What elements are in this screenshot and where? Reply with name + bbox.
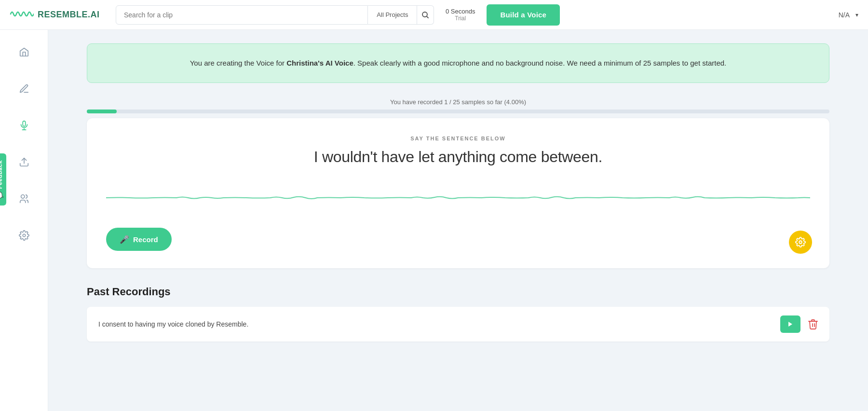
header-right: N/A ▾ bbox=[839, 11, 858, 19]
delete-button[interactable] bbox=[808, 319, 818, 329]
past-recording-item: I consent to having my voice cloned by R… bbox=[87, 307, 829, 342]
trial-label: Trial bbox=[455, 15, 466, 22]
mic-icon: 🎤 bbox=[120, 235, 129, 244]
past-recording-actions bbox=[780, 315, 818, 333]
banner-voice-name: Christina's AI Voice bbox=[286, 59, 353, 67]
header: RESEMBLE.AI All Projects 0 Seconds Trial… bbox=[0, 0, 868, 30]
svg-point-8 bbox=[799, 241, 802, 244]
recording-settings-button[interactable] bbox=[789, 231, 812, 254]
record-button-label: Record bbox=[133, 235, 158, 244]
sidebar-item-mic[interactable] bbox=[12, 115, 36, 136]
search-icon-button[interactable] bbox=[417, 5, 434, 25]
trial-seconds: 0 Seconds bbox=[446, 8, 475, 15]
recording-card: SAY THE SENTENCE BELOW I wouldn't have l… bbox=[87, 118, 829, 268]
sidebar bbox=[0, 30, 48, 411]
progress-section: You have recorded 1 / 25 samples so far … bbox=[87, 98, 829, 113]
info-banner: You are creating the Voice for Christina… bbox=[87, 43, 829, 83]
banner-pre-text: You are creating the Voice for bbox=[190, 59, 286, 67]
feedback-icon: 💬 bbox=[0, 192, 3, 199]
main-content: You are creating the Voice for Christina… bbox=[48, 30, 868, 411]
logo-text: RESEMBLE.AI bbox=[38, 10, 100, 20]
feedback-label: Feedback bbox=[0, 160, 3, 189]
banner-post-text: . Speak clearly with a good microphone a… bbox=[353, 59, 727, 67]
sidebar-item-users[interactable] bbox=[12, 188, 36, 209]
feedback-tab[interactable]: 💬 Feedback bbox=[0, 153, 6, 206]
waveform-visual bbox=[106, 186, 810, 210]
svg-point-7 bbox=[23, 234, 26, 237]
record-button[interactable]: 🎤 Record bbox=[106, 228, 172, 251]
sidebar-item-settings[interactable] bbox=[12, 225, 36, 246]
past-recordings-section: Past Recordings I consent to having my v… bbox=[87, 286, 829, 342]
user-label: N/A bbox=[839, 11, 850, 19]
past-recordings-title: Past Recordings bbox=[87, 286, 829, 298]
main-layout: You are creating the Voice for Christina… bbox=[0, 30, 868, 411]
sidebar-item-home[interactable] bbox=[12, 41, 36, 63]
sentence-display: I wouldn't have let anything come betwee… bbox=[106, 148, 810, 166]
svg-point-6 bbox=[21, 195, 24, 198]
progress-bar-fill bbox=[87, 110, 117, 113]
progress-label: You have recorded 1 / 25 samples so far … bbox=[87, 98, 829, 106]
play-button[interactable] bbox=[780, 315, 800, 333]
sidebar-item-edit[interactable] bbox=[12, 78, 36, 99]
progress-bar-background bbox=[87, 110, 829, 113]
build-voice-button[interactable]: Build a Voice bbox=[487, 4, 560, 26]
svg-line-1 bbox=[427, 16, 428, 17]
logo-area: RESEMBLE.AI bbox=[10, 6, 116, 24]
svg-marker-9 bbox=[788, 322, 792, 327]
logo-waveform-icon bbox=[10, 6, 34, 24]
svg-rect-2 bbox=[23, 121, 26, 126]
sidebar-item-upload[interactable] bbox=[12, 151, 36, 173]
search-area: All Projects bbox=[116, 5, 434, 25]
search-input[interactable] bbox=[116, 5, 368, 25]
past-recording-text: I consent to having my voice cloned by R… bbox=[98, 320, 248, 328]
instruction-label: SAY THE SENTENCE BELOW bbox=[106, 136, 810, 141]
trial-area: 0 Seconds Trial bbox=[446, 8, 475, 22]
chevron-down-icon[interactable]: ▾ bbox=[855, 12, 858, 18]
projects-dropdown-button[interactable]: All Projects bbox=[368, 5, 417, 25]
waveform-area bbox=[106, 183, 810, 212]
